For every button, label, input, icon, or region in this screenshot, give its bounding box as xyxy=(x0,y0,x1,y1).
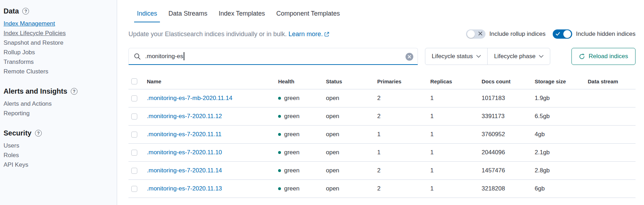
index-name-link[interactable]: .monitoring-es-7-2020.11.14 xyxy=(143,162,275,180)
sidebar-section-security: Security ? Users Roles API Keys xyxy=(4,129,112,168)
data-stream-cell xyxy=(585,89,636,107)
sidebar-item-snapshot-and-restore[interactable]: Snapshot and Restore xyxy=(4,40,63,46)
index-name-link[interactable]: .monitoring-es-7-2020.11.10 xyxy=(143,144,275,162)
check-mark-icon xyxy=(556,32,560,36)
health-dot-icon xyxy=(278,115,281,118)
column-header-storage-size: Storage size xyxy=(532,68,585,89)
primaries-cell: 2 xyxy=(374,89,427,107)
tab-data-streams[interactable]: Data Streams xyxy=(166,9,210,22)
tab-index-templates[interactable]: Index Templates xyxy=(216,9,268,22)
sidebar-section-data: Data ? Index Management Index Lifecycle … xyxy=(4,7,112,74)
reload-indices-button[interactable]: Reload indices xyxy=(571,48,636,65)
select-all-checkbox[interactable] xyxy=(131,78,137,84)
status-cell: open xyxy=(323,126,374,144)
status-cell: open xyxy=(323,89,374,107)
page-description: Update your Elasticsearch indices indivi… xyxy=(128,31,329,38)
index-name-link[interactable]: .monitoring-es-7-2020.11.13 xyxy=(143,180,275,198)
status-cell: open xyxy=(323,180,374,198)
sidebar-section-title-security: Security xyxy=(4,129,31,137)
docs-count-cell: 3218208 xyxy=(479,180,532,198)
row-checkbox[interactable] xyxy=(131,150,137,156)
include-rollup-indices-toggle[interactable]: Include rollup indices xyxy=(466,29,546,39)
toggle-label: Include hidden indices xyxy=(576,31,636,38)
column-header-health: Health xyxy=(275,68,323,89)
lifecycle-phase-filter[interactable]: Lifecycle phase xyxy=(487,48,550,65)
column-header-data-stream: Data stream xyxy=(585,68,636,89)
data-stream-cell xyxy=(585,126,636,144)
management-sidebar: Data ? Index Management Index Lifecycle … xyxy=(0,0,117,205)
storage-size-cell: 4gb xyxy=(532,126,585,144)
sidebar-item-reporting[interactable]: Reporting xyxy=(4,111,30,116)
row-checkbox[interactable] xyxy=(131,132,137,138)
toggle-off-switch[interactable] xyxy=(466,29,485,39)
tab-indices[interactable]: Indices xyxy=(134,9,160,22)
docs-count-cell: 3391173 xyxy=(479,107,532,126)
chevron-down-icon xyxy=(539,55,544,58)
indices-table: Name Health Status Primaries Replicas Do… xyxy=(128,68,636,198)
sidebar-item-remote-clusters[interactable]: Remote Clusters xyxy=(4,69,48,74)
table-header-row: Name Health Status Primaries Replicas Do… xyxy=(128,68,636,89)
row-checkbox[interactable] xyxy=(131,95,137,101)
sidebar-item-roles[interactable]: Roles xyxy=(4,153,19,158)
data-stream-cell xyxy=(585,107,636,126)
index-name-link[interactable]: .monitoring-es-7-2020.11.12 xyxy=(143,107,275,126)
data-stream-cell xyxy=(585,180,636,198)
index-name-link[interactable]: .monitoring-es-7-2020.11.11 xyxy=(143,126,275,144)
lifecycle-status-filter[interactable]: Lifecycle status xyxy=(425,48,487,65)
replicas-cell: 1 xyxy=(427,126,479,144)
search-input[interactable]: .monitoring-es xyxy=(128,48,418,65)
health-dot-icon xyxy=(278,187,281,190)
sidebar-item-rollup-jobs[interactable]: Rollup Jobs xyxy=(4,50,35,55)
docs-count-cell: 3760952 xyxy=(479,126,532,144)
sidebar-item-index-management[interactable]: Index Management xyxy=(4,21,55,27)
text-caret xyxy=(184,52,184,60)
column-header-status: Status xyxy=(323,68,374,89)
docs-count-cell: 2044096 xyxy=(479,144,532,162)
replicas-cell: 1 xyxy=(427,144,479,162)
index-management-content: Indices Data Streams Index Templates Com… xyxy=(117,0,644,205)
tab-bar: Indices Data Streams Index Templates Com… xyxy=(134,9,636,22)
learn-more-link[interactable]: Learn more. xyxy=(288,31,329,38)
storage-size-cell: 6.5gb xyxy=(532,107,585,126)
table-row: .monitoring-es-7-2020.11.11 green open 1… xyxy=(128,126,636,144)
tab-component-templates[interactable]: Component Templates xyxy=(274,9,343,22)
status-cell: open xyxy=(323,144,374,162)
column-header-primaries: Primaries xyxy=(374,68,427,89)
status-cell: open xyxy=(323,162,374,180)
replicas-cell: 1 xyxy=(427,180,479,198)
replicas-cell: 1 xyxy=(427,162,479,180)
row-checkbox[interactable] xyxy=(131,168,137,174)
column-header-name: Name xyxy=(143,68,275,89)
filter-group: Lifecycle status Lifecycle phase xyxy=(425,48,550,65)
primaries-cell: 1 xyxy=(374,126,427,144)
row-checkbox[interactable] xyxy=(131,186,137,192)
sidebar-item-transforms[interactable]: Transforms xyxy=(4,59,34,65)
search-value: .monitoring-es xyxy=(145,53,183,60)
table-row: .monitoring-es-7-2020.11.10 green open 1… xyxy=(128,144,636,162)
help-icon[interactable]: ? xyxy=(22,8,29,15)
refresh-icon xyxy=(579,54,585,60)
help-icon[interactable]: ? xyxy=(71,88,77,95)
column-header-docs-count: Docs count xyxy=(479,68,532,89)
sidebar-section-title-alerts: Alerts and Insights xyxy=(4,87,67,95)
health-dot-icon xyxy=(278,97,281,100)
search-icon xyxy=(134,53,141,60)
sidebar-item-users[interactable]: Users xyxy=(4,143,19,149)
docs-count-cell: 1457476 xyxy=(479,162,532,180)
storage-size-cell: 1.9gb xyxy=(532,89,585,107)
storage-size-cell: 2.1gb xyxy=(532,144,585,162)
sidebar-item-index-lifecycle-policies[interactable]: Index Lifecycle Policies xyxy=(4,31,66,36)
index-name-link[interactable]: .monitoring-es-7-mb-2020.11.14 xyxy=(143,89,275,107)
clear-search-icon[interactable] xyxy=(406,53,413,61)
data-stream-cell xyxy=(585,144,636,162)
column-header-replicas: Replicas xyxy=(427,68,479,89)
toggle-on-switch[interactable] xyxy=(553,29,572,39)
include-hidden-indices-toggle[interactable]: Include hidden indices xyxy=(553,29,636,39)
health-dot-icon xyxy=(278,151,281,154)
row-checkbox[interactable] xyxy=(131,113,137,120)
help-icon[interactable]: ? xyxy=(35,130,42,137)
sidebar-section-title-data: Data xyxy=(4,7,19,15)
sidebar-item-alerts-and-actions[interactable]: Alerts and Actions xyxy=(4,101,52,107)
sidebar-item-api-keys[interactable]: API Keys xyxy=(4,162,28,168)
table-row: .monitoring-es-7-2020.11.14 green open 2… xyxy=(128,162,636,180)
